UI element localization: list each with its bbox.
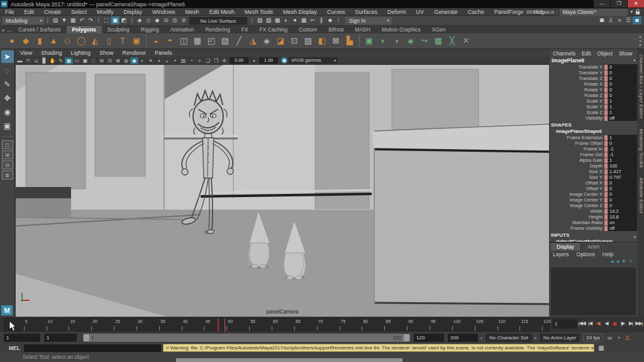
status-icon[interactable]: ↷ — [86, 16, 95, 25]
viewport-toolbar-icon[interactable]: ▬ — [16, 57, 24, 64]
tool-button[interactable]: ◌ — [1, 64, 14, 77]
channel-row[interactable]: Translate Z 0 — [550, 76, 637, 81]
channel-row[interactable]: Width 19.2 — [550, 208, 637, 214]
sidebar-vertical-tab[interactable]: Channel Box / Layer Editor — [638, 49, 644, 124]
sidebar-toggle-icon[interactable]: ☰ — [624, 16, 633, 25]
minimize-button[interactable]: — — [594, 0, 610, 8]
channel-value-field[interactable]: 0 — [608, 87, 637, 93]
playback-end-field[interactable]: 120 — [414, 334, 444, 342]
channel-value-field[interactable]: 0 — [608, 81, 637, 87]
selected-object-name[interactable]: imagePlane6 — [550, 57, 637, 64]
channel-value-field[interactable]: 0 — [608, 180, 637, 186]
playback-button[interactable]: ▶| — [627, 319, 635, 329]
shelf-button[interactable]: ◭ — [89, 35, 101, 47]
shelf-tab[interactable]: Custom — [293, 26, 323, 33]
viewport-toolbar-icon[interactable]: ◐ — [138, 57, 147, 64]
channel-row[interactable]: Frame Visibility off — [550, 225, 637, 231]
script-editor-icon[interactable]: ▦ — [597, 344, 606, 352]
channel-value-field[interactable]: 0 — [608, 70, 637, 76]
channel-value-field[interactable]: 0 — [608, 64, 637, 70]
channel-row[interactable]: Scale Z 1 — [550, 110, 637, 115]
shelf-button[interactable]: ● — [6, 35, 18, 47]
menu-item[interactable]: File — [0, 8, 19, 16]
shelf-button[interactable]: ◧ — [316, 35, 328, 47]
playback-button[interactable]: |▶ — [619, 319, 626, 329]
channel-row[interactable]: Depth 100 — [550, 163, 637, 169]
viewport-toolbar-icon[interactable]: ⊞ — [97, 57, 106, 64]
channel-row[interactable]: Frame Extension 1 — [550, 135, 637, 140]
sidebar-vertical-tab[interactable]: Modeling Toolkit — [638, 124, 644, 173]
channel-row[interactable]: Translate Y 0 — [550, 70, 637, 76]
channel-row[interactable]: Frame In -1 — [550, 146, 637, 152]
channel-row[interactable]: Frame Offset 0 — [550, 140, 637, 146]
menu-item[interactable]: PanelForge — [489, 8, 529, 16]
shelf-drag-handle[interactable]: ⁞ — [0, 39, 5, 43]
shelf-button[interactable]: ◰ — [205, 35, 218, 47]
status-icon[interactable]: ▤ — [51, 16, 60, 25]
scroll-down-icon[interactable]: ▼ — [633, 235, 636, 239]
menu-item[interactable]: Edit Mesh — [204, 8, 240, 16]
shelf-tab[interactable]: Rigging — [135, 26, 165, 33]
sidebar-toggle-icon[interactable]: ☗ — [597, 16, 606, 25]
layer-action-icon[interactable]: ◂ — [611, 258, 614, 266]
layout-button[interactable]: ⊟ — [2, 161, 13, 169]
channel-row[interactable]: Height 10.8 — [550, 214, 637, 220]
shelf-button[interactable]: ◆ — [19, 35, 32, 47]
playback-button[interactable]: ◀| — [594, 319, 602, 329]
menu-item[interactable]: Curves — [322, 8, 350, 16]
menu-item[interactable]: Mesh — [180, 8, 204, 16]
shelf-button[interactable]: ⊠ — [330, 35, 342, 47]
viewport-toolbar-icon[interactable]: ◒ — [163, 57, 171, 64]
viewport-toolbar-icon[interactable]: ✛ — [220, 57, 228, 64]
playback-button[interactable]: ▶▶| — [635, 319, 643, 329]
viewport-toolbar-icon[interactable]: ▊ — [40, 57, 48, 64]
channel-row[interactable]: Frame Out -1 — [550, 152, 637, 157]
sidebar-toggle-icon[interactable]: ♙ — [606, 16, 615, 25]
snap-icon[interactable]: ◇ — [144, 16, 153, 25]
channel-row[interactable]: Scale Y 1 — [550, 104, 637, 110]
shelf-button[interactable]: ▲ — [47, 35, 60, 47]
shelf-button[interactable]: ◗ — [377, 35, 389, 47]
playback-button[interactable]: ◀ — [602, 319, 610, 329]
channel-row[interactable]: Size X 1.417 — [550, 169, 637, 174]
range-start-handle[interactable] — [84, 334, 89, 341]
render-icon[interactable]: ☻ — [326, 16, 335, 25]
loop-icon[interactable]: ∞ — [608, 334, 612, 341]
shelf-button[interactable]: ◖ — [391, 35, 403, 47]
shelf-button[interactable]: ✕ — [460, 35, 472, 47]
menu-item[interactable]: Cache — [463, 8, 489, 16]
group-divider[interactable]: ❙ — [45, 16, 50, 25]
menu-item[interactable]: UV — [411, 8, 430, 16]
channel-value-field[interactable]: 1 — [608, 110, 637, 115]
shelf-tab[interactable]: Sculpting — [102, 26, 135, 33]
shelf-scroll-arrows[interactable]: ▲●▼ — [638, 35, 643, 47]
shelf-button[interactable]: ▩ — [432, 35, 445, 47]
current-frame-field[interactable]: 1 — [552, 319, 577, 329]
viewport-toolbar-icon[interactable]: ✋ — [48, 57, 57, 64]
view-transform-dropdown[interactable]: sRGB gamma — [289, 57, 338, 64]
channel-value-field[interactable]: 1 — [608, 135, 637, 140]
chevron-down-icon[interactable]: ▾ — [480, 336, 482, 340]
menu-item[interactable]: Windows — [147, 8, 180, 16]
channel-value-field[interactable]: 1 — [608, 157, 637, 163]
channel-box-menu-item[interactable]: Edit — [579, 50, 594, 57]
shelf-button[interactable]: ◫ — [177, 35, 190, 47]
shelf-collapse-icon[interactable]: — — [6, 28, 13, 33]
shelf-button[interactable]: ◯ — [75, 35, 87, 47]
shelf-button[interactable]: ◇ — [61, 35, 74, 47]
render-icon[interactable]: ✂ — [308, 16, 317, 25]
status-icon[interactable]: ↶ — [77, 16, 86, 25]
playback-button[interactable]: |◀◀ — [578, 319, 586, 329]
menu-item[interactable]: Surfaces — [350, 8, 383, 16]
live-surface-field[interactable]: No Live Surface — [189, 17, 247, 25]
group-divider[interactable]: ❙ — [250, 16, 254, 25]
layout-button[interactable]: ≣ — [2, 171, 13, 179]
menu-item[interactable]: Select — [66, 8, 92, 16]
menu-item[interactable]: Modify — [92, 8, 119, 16]
playback-button[interactable]: |◀ — [586, 319, 594, 329]
tool-button[interactable]: ▣ — [1, 120, 14, 132]
fps-dropdown[interactable]: 24 fps — [583, 334, 603, 342]
shelf-tab[interactable]: FX Caching — [254, 26, 293, 33]
viewport-toolbar-icon[interactable]: ◉ — [130, 57, 138, 64]
mel-label[interactable]: MEL — [5, 345, 24, 351]
